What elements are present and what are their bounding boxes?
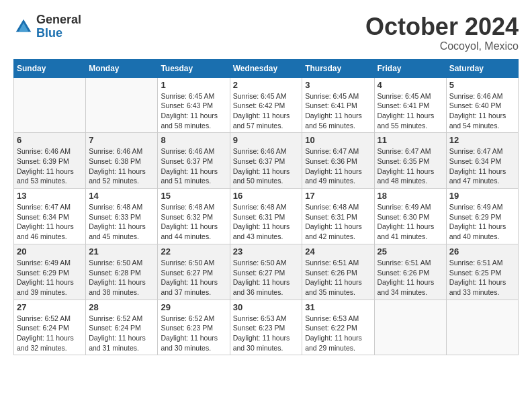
calendar-cell: 27Sunrise: 6:52 AM Sunset: 6:24 PM Dayli… bbox=[14, 300, 86, 355]
calendar-cell: 22Sunrise: 6:50 AM Sunset: 6:27 PM Dayli… bbox=[158, 244, 230, 300]
weekday-header: Thursday bbox=[302, 59, 374, 77]
day-number: 30 bbox=[233, 302, 300, 312]
day-info: Sunrise: 6:47 AM Sunset: 6:36 PM Dayligh… bbox=[305, 146, 371, 186]
day-info: Sunrise: 6:48 AM Sunset: 6:31 PM Dayligh… bbox=[233, 202, 300, 242]
calendar-cell: 19Sunrise: 6:49 AM Sunset: 6:29 PM Dayli… bbox=[446, 189, 518, 244]
day-info: Sunrise: 6:49 AM Sunset: 6:30 PM Dayligh… bbox=[378, 202, 443, 242]
calendar-table: SundayMondayTuesdayWednesdayThursdayFrid… bbox=[13, 59, 519, 356]
calendar-cell: 24Sunrise: 6:51 AM Sunset: 6:26 PM Dayli… bbox=[302, 244, 374, 300]
weekday-header: Wednesday bbox=[230, 59, 302, 77]
logo-icon bbox=[13, 17, 34, 37]
calendar-cell: 26Sunrise: 6:51 AM Sunset: 6:25 PM Dayli… bbox=[446, 244, 518, 300]
day-number: 23 bbox=[233, 246, 300, 257]
day-info: Sunrise: 6:45 AM Sunset: 6:42 PM Dayligh… bbox=[233, 91, 300, 131]
logo: General Blue bbox=[13, 13, 81, 40]
day-info: Sunrise: 6:52 AM Sunset: 6:24 PM Dayligh… bbox=[17, 314, 83, 353]
day-number: 16 bbox=[233, 191, 300, 201]
day-info: Sunrise: 6:51 AM Sunset: 6:26 PM Dayligh… bbox=[378, 258, 443, 298]
calendar-cell: 12Sunrise: 6:47 AM Sunset: 6:34 PM Dayli… bbox=[446, 133, 518, 189]
calendar-cell: 16Sunrise: 6:48 AM Sunset: 6:31 PM Dayli… bbox=[230, 189, 302, 244]
calendar-cell: 10Sunrise: 6:47 AM Sunset: 6:36 PM Dayli… bbox=[302, 133, 374, 189]
calendar-cell: 29Sunrise: 6:52 AM Sunset: 6:23 PM Dayli… bbox=[158, 300, 230, 355]
calendar-cell: 8Sunrise: 6:46 AM Sunset: 6:37 PM Daylig… bbox=[158, 133, 230, 189]
day-number: 15 bbox=[161, 191, 226, 201]
day-info: Sunrise: 6:47 AM Sunset: 6:34 PM Dayligh… bbox=[17, 202, 83, 242]
calendar-cell: 5Sunrise: 6:46 AM Sunset: 6:40 PM Daylig… bbox=[446, 77, 518, 133]
calendar-cell: 21Sunrise: 6:50 AM Sunset: 6:28 PM Dayli… bbox=[86, 244, 158, 300]
calendar-cell bbox=[86, 77, 158, 133]
day-info: Sunrise: 6:45 AM Sunset: 6:41 PM Dayligh… bbox=[305, 91, 371, 131]
day-number: 19 bbox=[449, 191, 515, 201]
day-number: 11 bbox=[378, 135, 443, 145]
day-number: 26 bbox=[449, 246, 515, 257]
calendar-cell: 30Sunrise: 6:53 AM Sunset: 6:23 PM Dayli… bbox=[230, 300, 302, 355]
day-info: Sunrise: 6:52 AM Sunset: 6:23 PM Dayligh… bbox=[161, 314, 226, 353]
weekday-header: Saturday bbox=[446, 59, 518, 77]
calendar-cell: 6Sunrise: 6:46 AM Sunset: 6:39 PM Daylig… bbox=[14, 133, 86, 189]
weekday-header: Friday bbox=[374, 59, 446, 77]
calendar-week-row: 13Sunrise: 6:47 AM Sunset: 6:34 PM Dayli… bbox=[14, 189, 519, 244]
day-info: Sunrise: 6:46 AM Sunset: 6:37 PM Dayligh… bbox=[161, 146, 226, 186]
calendar-cell bbox=[374, 300, 446, 355]
month-title: October 2024 bbox=[365, 13, 519, 40]
day-number: 8 bbox=[161, 135, 226, 145]
calendar-cell: 1Sunrise: 6:45 AM Sunset: 6:43 PM Daylig… bbox=[158, 77, 230, 133]
calendar-cell: 7Sunrise: 6:46 AM Sunset: 6:38 PM Daylig… bbox=[86, 133, 158, 189]
day-number: 20 bbox=[17, 246, 83, 257]
page-header: General Blue October 2024 Cocoyol, Mexic… bbox=[13, 13, 519, 52]
calendar-week-row: 27Sunrise: 6:52 AM Sunset: 6:24 PM Dayli… bbox=[14, 300, 519, 355]
calendar-cell: 17Sunrise: 6:48 AM Sunset: 6:31 PM Dayli… bbox=[302, 189, 374, 244]
day-number: 17 bbox=[305, 191, 371, 201]
day-number: 5 bbox=[449, 80, 515, 90]
day-number: 2 bbox=[233, 80, 300, 90]
day-info: Sunrise: 6:49 AM Sunset: 6:29 PM Dayligh… bbox=[17, 258, 83, 298]
calendar-cell: 25Sunrise: 6:51 AM Sunset: 6:26 PM Dayli… bbox=[374, 244, 446, 300]
day-info: Sunrise: 6:46 AM Sunset: 6:38 PM Dayligh… bbox=[89, 146, 154, 186]
day-number: 27 bbox=[17, 302, 83, 312]
day-number: 18 bbox=[378, 191, 443, 201]
calendar-cell bbox=[446, 300, 518, 355]
day-info: Sunrise: 6:45 AM Sunset: 6:43 PM Dayligh… bbox=[161, 91, 226, 131]
calendar-cell: 11Sunrise: 6:47 AM Sunset: 6:35 PM Dayli… bbox=[374, 133, 446, 189]
calendar-week-row: 1Sunrise: 6:45 AM Sunset: 6:43 PM Daylig… bbox=[14, 77, 519, 133]
calendar-week-row: 6Sunrise: 6:46 AM Sunset: 6:39 PM Daylig… bbox=[14, 133, 519, 189]
day-number: 10 bbox=[305, 135, 371, 145]
day-info: Sunrise: 6:53 AM Sunset: 6:23 PM Dayligh… bbox=[233, 314, 300, 353]
day-info: Sunrise: 6:50 AM Sunset: 6:27 PM Dayligh… bbox=[161, 258, 226, 298]
day-number: 28 bbox=[89, 302, 154, 312]
weekday-header: Sunday bbox=[14, 59, 86, 77]
day-info: Sunrise: 6:52 AM Sunset: 6:24 PM Dayligh… bbox=[89, 314, 154, 353]
calendar-cell: 18Sunrise: 6:49 AM Sunset: 6:30 PM Dayli… bbox=[374, 189, 446, 244]
day-info: Sunrise: 6:46 AM Sunset: 6:40 PM Dayligh… bbox=[449, 91, 515, 131]
weekday-header: Tuesday bbox=[158, 59, 230, 77]
day-info: Sunrise: 6:53 AM Sunset: 6:22 PM Dayligh… bbox=[305, 314, 371, 353]
title-section: October 2024 Cocoyol, Mexico bbox=[365, 13, 519, 52]
calendar-week-row: 20Sunrise: 6:49 AM Sunset: 6:29 PM Dayli… bbox=[14, 244, 519, 300]
calendar-cell: 31Sunrise: 6:53 AM Sunset: 6:22 PM Dayli… bbox=[302, 300, 374, 355]
day-info: Sunrise: 6:46 AM Sunset: 6:39 PM Dayligh… bbox=[17, 146, 83, 186]
day-info: Sunrise: 6:50 AM Sunset: 6:27 PM Dayligh… bbox=[233, 258, 300, 298]
day-number: 1 bbox=[161, 80, 226, 90]
calendar-cell: 4Sunrise: 6:45 AM Sunset: 6:41 PM Daylig… bbox=[374, 77, 446, 133]
day-number: 31 bbox=[305, 302, 371, 312]
day-info: Sunrise: 6:48 AM Sunset: 6:31 PM Dayligh… bbox=[305, 202, 371, 242]
day-number: 3 bbox=[305, 80, 371, 90]
day-number: 22 bbox=[161, 246, 226, 257]
day-number: 7 bbox=[89, 135, 154, 145]
calendar-cell: 23Sunrise: 6:50 AM Sunset: 6:27 PM Dayli… bbox=[230, 244, 302, 300]
day-number: 24 bbox=[305, 246, 371, 257]
day-number: 14 bbox=[89, 191, 154, 201]
day-info: Sunrise: 6:48 AM Sunset: 6:33 PM Dayligh… bbox=[89, 202, 154, 242]
day-info: Sunrise: 6:51 AM Sunset: 6:26 PM Dayligh… bbox=[305, 258, 371, 298]
day-number: 9 bbox=[233, 135, 300, 145]
day-number: 12 bbox=[449, 135, 515, 145]
location-title: Cocoyol, Mexico bbox=[365, 40, 519, 52]
day-number: 6 bbox=[17, 135, 83, 145]
day-info: Sunrise: 6:50 AM Sunset: 6:28 PM Dayligh… bbox=[89, 258, 154, 298]
calendar-cell bbox=[14, 77, 86, 133]
day-info: Sunrise: 6:51 AM Sunset: 6:25 PM Dayligh… bbox=[449, 258, 515, 298]
calendar-cell: 2Sunrise: 6:45 AM Sunset: 6:42 PM Daylig… bbox=[230, 77, 302, 133]
logo-text: General Blue bbox=[36, 13, 81, 40]
day-number: 4 bbox=[378, 80, 443, 90]
calendar-cell: 15Sunrise: 6:48 AM Sunset: 6:32 PM Dayli… bbox=[158, 189, 230, 244]
